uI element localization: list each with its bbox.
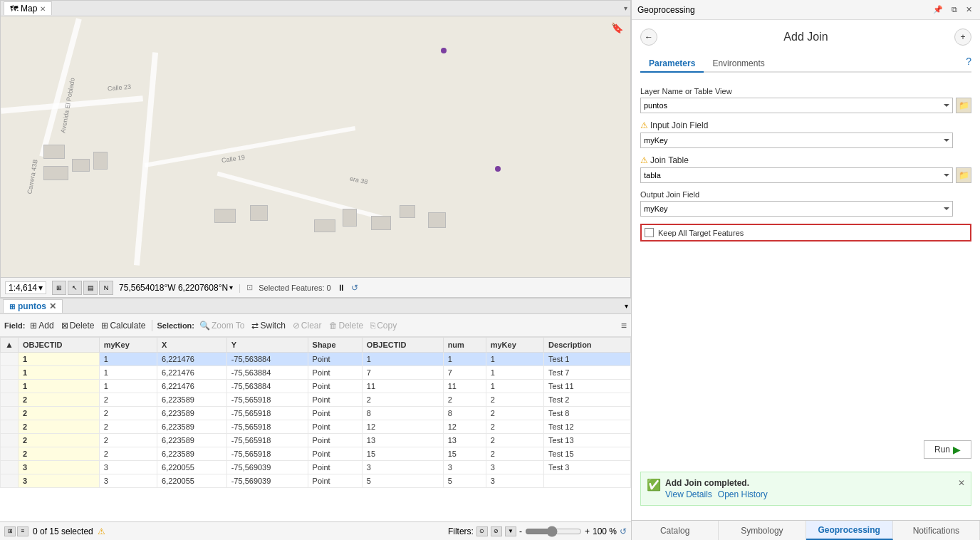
map-tool-table[interactable]: ▤ (83, 281, 98, 295)
map-building (72, 159, 90, 172)
layer-name-folder-btn[interactable]: 📁 (956, 98, 971, 113)
zoom-to-btn[interactable]: 🔍 Zoom To (197, 320, 246, 331)
open-history-link[interactable]: Open History (718, 489, 768, 499)
add-field-btn[interactable]: ⊞ Add (28, 320, 56, 331)
map-tab[interactable]: 🗺 Map ✕ (4, 1, 52, 15)
table-cell: Test 13 (544, 434, 631, 447)
table-tab-menu-btn[interactable]: ▾ (625, 302, 628, 310)
bottom-tab-symbology[interactable]: Symbology (719, 521, 806, 540)
gp-add-favorite-btn[interactable]: + (954, 28, 971, 46)
col-header-arrow[interactable]: ▲ (1, 338, 19, 353)
switch-btn[interactable]: ⇄ Switch (249, 320, 287, 331)
filter-btn1[interactable]: ⊙ (476, 526, 488, 536)
table-list-btn[interactable]: ≡ (17, 526, 28, 536)
clear-btn[interactable]: ⊘ Clear (291, 320, 324, 331)
table-cell: Point (308, 407, 362, 420)
calculate-field-btn[interactable]: ⊞ Calculate (99, 320, 147, 331)
zoom-to-icon: 🔍 (199, 321, 210, 331)
table-row[interactable]: 116,221476-75,563884Point771Test 7 (1, 366, 631, 380)
table-row[interactable]: 116,221476-75,563884Point11111Test 11 (1, 380, 631, 393)
table-row[interactable]: 336,220055-75,569039Point553 (1, 474, 631, 488)
delete-selection-btn[interactable]: 🗑 Delete (327, 320, 366, 331)
col-header-y[interactable]: Y (226, 338, 308, 353)
table-cell: 5 (362, 474, 443, 488)
table-cell: 13 (443, 434, 486, 447)
join-table-select[interactable]: tabla (640, 167, 953, 183)
col-header-objectid[interactable]: OBJECTID (18, 338, 99, 353)
table-cell: 1 (99, 353, 157, 366)
table-cell (1, 461, 19, 474)
col-header-mykey2[interactable]: myKey (486, 338, 543, 353)
scale-dropdown[interactable]: 1:4,614 ▾ (5, 281, 46, 294)
map-options-btn[interactable]: ▾ (624, 4, 627, 12)
gp-add-icon: + (960, 32, 965, 42)
table-row[interactable]: 226,223589-75,565918Point15152Test 15 (1, 447, 631, 461)
bottom-tab-geoprocessing[interactable]: Geoprocessing (806, 521, 893, 540)
col-header-num[interactable]: num (443, 338, 486, 353)
col-header-x[interactable]: X (157, 338, 227, 353)
clear-label: Clear (301, 321, 322, 331)
filter-btn2[interactable]: ⊘ (491, 526, 502, 536)
map-tool-grid[interactable]: ⊞ (52, 281, 66, 295)
bottom-tab-catalog[interactable]: Catalog (632, 521, 719, 540)
table-cell: Point (308, 366, 362, 380)
table-cell: 3 (18, 474, 99, 488)
table-cell: 6,223589 (157, 434, 227, 447)
col-header-shape[interactable]: Shape (308, 338, 362, 353)
table-row[interactable]: 226,223589-75,565918Point13132Test 13 (1, 434, 631, 447)
table-row[interactable]: 226,223589-75,565918Point882Test 8 (1, 407, 631, 420)
table-row[interactable]: 116,221476-75,563884Point111Test 1 (1, 353, 631, 366)
coord-dropdown-arrow[interactable]: ▾ (229, 284, 233, 291)
join-table-folder-btn[interactable]: 📁 (956, 167, 971, 183)
join-table-label: Join Table (650, 155, 689, 165)
filter-icon[interactable]: ▼ (505, 526, 516, 536)
view-details-link[interactable]: View Details (665, 489, 712, 499)
bookmark-btn[interactable]: 🔖 (611, 22, 623, 33)
tab-parameters[interactable]: Parameters (640, 56, 704, 73)
map-refresh-btn[interactable]: ↺ (351, 283, 358, 293)
tab-environments[interactable]: Environments (704, 56, 773, 73)
table-cell: 2 (99, 393, 157, 407)
gp-help-btn[interactable]: ? (966, 56, 971, 71)
calculate-icon: ⊞ (101, 321, 108, 331)
notification-title: Add Join completed. (665, 478, 954, 488)
table-cell: -75,569039 (226, 474, 308, 488)
table-cell: Test 1 (544, 353, 631, 366)
table-cell: 2 (18, 447, 99, 461)
table-row[interactable]: 226,223589-75,565918Point222Test 2 (1, 393, 631, 407)
gp-back-btn[interactable]: ← (640, 28, 657, 46)
table-refresh-btn[interactable]: ↺ (620, 526, 627, 536)
gp-restore-btn[interactable]: ⧉ (949, 5, 959, 14)
map-tool-cursor[interactable]: ↖ (68, 281, 82, 295)
col-header-objectid2[interactable]: OBJECTID (362, 338, 443, 353)
output-join-field-select[interactable]: myKey (640, 201, 953, 217)
table-row[interactable]: 336,220055-75,569039Point333Test 3 (1, 461, 631, 474)
keep-all-checkbox[interactable] (645, 228, 654, 237)
delete-field-btn[interactable]: ⊠ Delete (59, 320, 97, 331)
gp-pin-btn[interactable]: 📌 (931, 5, 945, 14)
gp-close-btn[interactable]: ✕ (964, 5, 974, 14)
table-cell: 1 (486, 380, 543, 393)
run-btn[interactable]: Run ▶ (924, 440, 971, 459)
input-join-field-select[interactable]: myKey (640, 133, 953, 148)
table-view-btn[interactable]: ⊞ (4, 526, 16, 536)
layer-name-select[interactable]: puntos (640, 98, 953, 113)
table-cell: 13 (362, 434, 443, 447)
zoom-slider[interactable] (525, 526, 582, 537)
table-tab-close-btn[interactable]: ✕ (49, 301, 56, 311)
map-point (441, 48, 447, 53)
col-header-description[interactable]: Description (544, 338, 631, 353)
notification-close-btn[interactable]: ✕ (958, 478, 965, 488)
coordinate-display[interactable]: 75,5654018°W 6,2207608°N ▾ (119, 283, 233, 293)
table-toolbar-menu-btn[interactable]: ≡ (621, 320, 627, 331)
map-tab-close-btn[interactable]: ✕ (40, 5, 46, 13)
map-tool-n[interactable]: N (99, 281, 113, 295)
table-cell: 8 (362, 407, 443, 420)
table-cell: 6,223589 (157, 447, 227, 461)
col-header-mykey[interactable]: myKey (99, 338, 157, 353)
table-tab-puntos[interactable]: ⊞ puntos ✕ (3, 299, 63, 313)
pause-btn[interactable]: ⏸ (337, 283, 345, 293)
table-row[interactable]: 226,223589-75,565918Point12122Test 12 (1, 420, 631, 434)
bottom-tab-notifications[interactable]: Notifications (893, 521, 980, 540)
copy-btn[interactable]: ⎘ Copy (368, 320, 399, 331)
